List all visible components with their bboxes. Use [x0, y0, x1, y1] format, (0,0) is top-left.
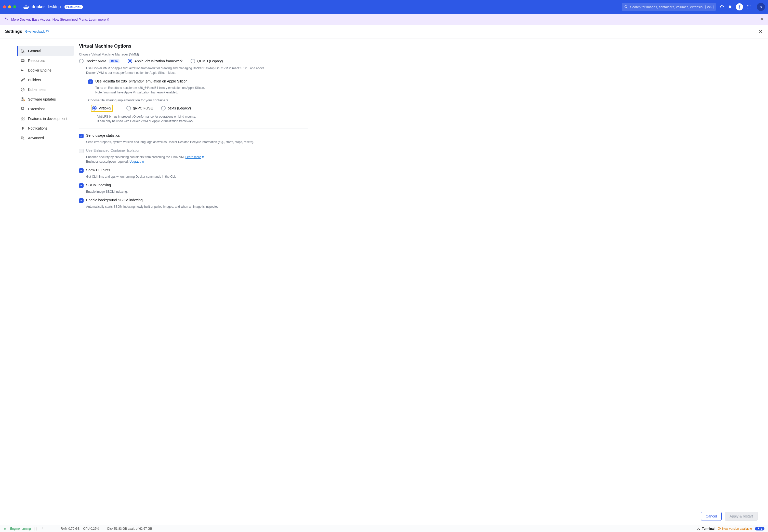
product-name-bold: docker [32, 5, 45, 9]
radio-label: Apple Virtualization framework [134, 59, 182, 63]
rosetta-help: Turns on Rosetta to accelerate x86_64/am… [95, 86, 279, 95]
cpu-status: CPU 0.25% [83, 527, 99, 530]
sidebar-item-kubernetes[interactable]: Kubernetes [18, 85, 74, 94]
promo-banner: More Docker. Easy Access. New Streamline… [0, 14, 768, 25]
svg-marker-34 [21, 88, 24, 91]
sidebar-label: Resources [28, 59, 45, 63]
grid-icon [20, 116, 25, 121]
terminal-button[interactable]: Terminal [697, 527, 715, 530]
svg-rect-3 [25, 6, 25, 6]
bell-icon [20, 126, 25, 131]
svg-point-6 [625, 5, 627, 8]
whale-icon [20, 68, 25, 73]
svg-point-19 [750, 8, 750, 8]
sidebar-item-builders[interactable]: Builders [18, 75, 74, 85]
radio-osxfs[interactable]: osxfs (Legacy) [161, 106, 191, 110]
radio-label: VirtioFS [99, 106, 111, 110]
virtiofs-highlight: VirtioFS [91, 105, 113, 112]
update-available-icon [718, 527, 721, 530]
ram-status: RAM 0.70 GB [61, 527, 79, 530]
close-window-button[interactable] [3, 5, 6, 8]
svg-rect-0 [24, 7, 24, 7]
sidebar-item-notifications[interactable]: Notifications [18, 123, 74, 133]
sidebar-label: Kubernetes [28, 88, 46, 92]
settings-body: General Resources Docker Engine Builders… [0, 38, 768, 509]
new-version-link[interactable]: New version available [718, 527, 752, 530]
update-icon [20, 97, 25, 102]
puzzle-icon [20, 107, 25, 111]
checkbox-bg-sbom[interactable] [79, 198, 84, 203]
sidebar-item-features-dev[interactable]: Features in development [18, 114, 74, 123]
radio-apple-virtualization[interactable]: Apple Virtualization framework [128, 59, 182, 63]
svg-rect-33 [22, 69, 22, 70]
feedback-icon [46, 30, 49, 33]
notification-count: 1 [761, 527, 762, 530]
plan-badge: PERSONAL [64, 5, 83, 9]
status-bar: Engine running | | ⋮ RAM 0.70 GB CPU 0.2… [0, 525, 768, 532]
checkbox-row-rosetta: Use Rosetta for x86_64/amd64 emulation o… [88, 79, 758, 84]
svg-point-15 [749, 7, 749, 7]
fs-subheading: Choose file sharing implementation for y… [88, 98, 758, 102]
radio-grpc-fuse[interactable]: gRPC FUSE [126, 106, 153, 110]
settings-header: Settings Give feedback ✕ [0, 25, 768, 38]
settings-content: Virtual Machine Options Choose Virtual M… [74, 38, 768, 509]
svg-point-27 [22, 60, 22, 61]
bgsbom-help: Automatically starts SBOM indexing newly… [86, 204, 270, 209]
banner-close-button[interactable]: ✕ [760, 17, 764, 22]
product-logo: dockerdesktop PERSONAL [23, 4, 83, 9]
svg-line-7 [627, 7, 627, 8]
search-input[interactable] [630, 5, 703, 9]
eci-upgrade-link[interactable]: Upgrade [129, 159, 144, 164]
disk-status: Disk 51.83 GB avail. of 62.67 GB [107, 527, 152, 530]
svg-rect-39 [23, 117, 24, 118]
bgsbom-label: Enable background SBOM indexing [86, 198, 143, 202]
checkbox-rosetta[interactable] [88, 79, 93, 84]
sidebar-label: Software updates [28, 97, 56, 101]
account-avatar[interactable]: S [757, 3, 765, 11]
graduation-icon[interactable] [720, 5, 724, 9]
sidebar-item-docker-engine[interactable]: Docker Engine [18, 65, 74, 75]
svg-rect-5 [27, 7, 28, 7]
svg-point-35 [22, 89, 23, 90]
svg-point-14 [747, 7, 748, 7]
eci-learn-more-link[interactable]: Learn more [185, 155, 205, 159]
banner-learn-more-link[interactable]: Learn more [89, 18, 109, 21]
wrench-icon [20, 78, 25, 82]
sidebar-label: Extensions [28, 107, 45, 111]
sidebar-item-resources[interactable]: Resources [18, 56, 74, 65]
svg-rect-38 [21, 117, 22, 118]
engine-status[interactable]: Engine running [10, 527, 31, 530]
settings-close-button[interactable]: ✕ [759, 29, 763, 35]
sidebar-item-extensions[interactable]: Extensions [18, 104, 74, 114]
settings-icon[interactable] [736, 3, 743, 10]
minimize-window-button[interactable] [8, 5, 11, 8]
give-feedback-link[interactable]: Give feedback [25, 30, 49, 33]
sidebar-item-advanced[interactable]: Advanced [18, 133, 74, 143]
search-bar[interactable]: ⌘K [622, 3, 716, 11]
beta-badge: BETA [109, 59, 119, 63]
zoom-window-button[interactable] [13, 5, 16, 8]
status-more-button[interactable]: ⋮ [40, 527, 45, 530]
checkbox-row-sbom: SBOM indexing [79, 183, 758, 188]
checkbox-cli-hints[interactable] [79, 168, 84, 173]
radio-virtiofs[interactable]: VirtioFS [92, 106, 111, 110]
apply-restart-button: Apply & restart [725, 512, 758, 521]
eci-help: Enhance security by preventing container… [86, 155, 270, 164]
status-divider: | | [34, 527, 37, 530]
radio-docker-vmm[interactable]: Docker VMM BETA [79, 59, 119, 63]
notification-bell-button[interactable]: 1 [755, 527, 764, 530]
checkbox-usage-stats[interactable] [79, 134, 84, 138]
topbar-actions: S [720, 3, 765, 11]
svg-point-13 [750, 5, 750, 6]
cli-label: Show CLI hints [86, 168, 110, 172]
svg-rect-2 [26, 7, 27, 7]
radio-qemu[interactable]: QEMU (Legacy) [190, 59, 223, 63]
svg-point-23 [22, 50, 22, 50]
sidebar-item-general[interactable]: General [17, 46, 74, 56]
bug-icon[interactable] [728, 5, 732, 9]
apps-grid-icon[interactable] [747, 5, 751, 9]
checkbox-sbom[interactable] [79, 183, 84, 188]
cancel-button[interactable]: Cancel [701, 512, 722, 521]
sidebar-item-software-updates[interactable]: Software updates [18, 94, 74, 104]
radio-label: osxfs (Legacy) [168, 106, 191, 110]
